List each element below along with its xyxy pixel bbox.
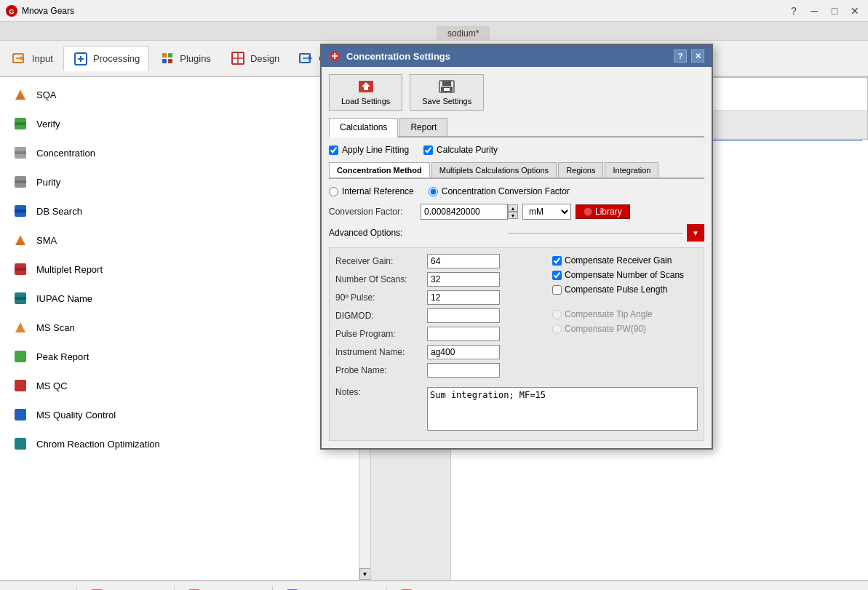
save-settings-button[interactable]: Save Settings [180,586,266,590]
plugin-item-ms-qc[interactable]: MS QC [0,371,359,400]
menu-design[interactable]: Design [221,46,288,71]
concentration-conversion-factor-radio[interactable]: Concentration Conversion Factor [429,186,570,196]
db-search-icon [12,202,29,220]
plugin-item-concentration[interactable]: Concentration [0,138,359,167]
sub-tab-concentration-method[interactable]: Concentration Method [329,162,430,178]
advanced-options-label: Advanced Options: [329,228,503,238]
apply-line-fitting-input[interactable] [329,145,338,155]
plugin-item-verify[interactable]: Verify [0,109,359,138]
library-button[interactable]: Library [576,204,630,219]
probe-name-input[interactable] [427,363,500,378]
plugin-label-sqa: SQA [36,89,56,100]
receiver-gain-input[interactable] [427,254,500,268]
dialog-save-settings-button[interactable]: Save Settings [410,74,484,111]
menu-processing[interactable]: Processing [63,46,149,71]
plugin-item-sqa[interactable]: SQA [0,80,359,109]
plugin-item-chrom-reaction[interactable]: Chrom Reaction Optimization [0,429,359,458]
output-icon [298,50,314,66]
plugin-item-peak-report[interactable]: Peak Report [0,342,359,371]
help-button[interactable]: ? [787,4,801,18]
dialog-load-settings-button[interactable]: Load Settings [329,74,402,111]
conversion-factor-decrement[interactable]: ▼ [508,212,518,219]
svg-rect-10 [168,59,172,63]
resume-button[interactable]: Resume [6,586,71,590]
title-bar-controls: ? ─ □ ✕ [787,4,862,18]
unit-select[interactable]: mM µM nM mg/mL [522,204,571,220]
plugin-item-sma[interactable]: SMA [0,226,359,255]
digmod-row: DIGMOD: [335,308,545,323]
advanced-options-toggle[interactable]: ▼ [687,224,704,242]
plugin-item-multiplet-report[interactable]: Multiplet Report [0,255,359,284]
tab-sodium[interactable]: sodium* [437,26,490,40]
export-settings-button[interactable]: Export Settings [393,586,484,590]
sub-tab-regions[interactable]: Regions [558,162,603,178]
concentration-settings-dialog: Concentration Settings ? ✕ Load Settings [320,44,713,450]
internal-reference-radio[interactable]: Internal Reference [329,186,414,196]
plugin-label-ms-quality-control: MS Quality Control [36,410,116,420]
menu-plugins[interactable]: Plugins [151,46,220,71]
dialog-help-button[interactable]: ? [674,49,687,63]
svg-text:G: G [9,8,14,15]
sma-icon [12,231,29,249]
plugin-item-ms-scan[interactable]: MS Scan [0,313,359,342]
plugin-label-multiplet-report: Multiplet Report [36,264,103,275]
toolbar-divider-2 [174,586,175,590]
svg-marker-19 [15,92,25,100]
conversion-factor-increment[interactable]: ▲ [508,204,518,212]
compensate-tip-angle-radio[interactable]: Compensate Tip Angle [552,309,698,319]
input-icon [12,50,28,66]
compensate-number-of-scans-checkbox[interactable]: Compensate Number of Scans [552,270,698,280]
conversion-factor-input-wrapper: ▲ ▼ [421,204,518,220]
calculate-purity-checkbox[interactable]: Calculate Purity [423,145,498,155]
plugin-label-sma: SMA [36,235,57,246]
compensate-pulse-length-checkbox[interactable]: Compensate Pulse Length [552,284,698,295]
chrom-reaction-icon [12,435,29,453]
toolbar-divider-4 [386,586,387,590]
tab-calculations[interactable]: Calculations [329,118,398,137]
menu-input[interactable]: Input [3,46,62,71]
plugin-label-peak-report: Peak Report [36,351,89,362]
radio-row: Internal Reference Concentration Convers… [329,186,704,196]
svg-marker-34 [15,322,25,332]
scroll-down-btn[interactable]: ▼ [359,568,371,580]
number-of-scans-row: Number Of Scans: [335,272,545,287]
notes-textarea[interactable]: Sum integration; MF=15 [427,387,698,431]
number-of-scans-input[interactable] [427,272,500,287]
dialog-titlebar: Concentration Settings ? ✕ [322,45,712,67]
notes-row: Notes: Sum integration; MF=15 [335,387,698,431]
toolbar-divider-1 [76,586,77,590]
plugin-item-purity[interactable]: Purity [0,167,359,196]
svg-rect-33 [15,297,26,300]
compensate-receiver-gain-checkbox[interactable]: Compensate Receiver Gain [552,255,698,266]
title-bar: G Mnova Gears ? ─ □ ✕ [0,0,868,22]
svg-marker-29 [15,238,25,245]
apply-line-fitting-checkbox[interactable]: Apply Line Fitting [329,145,409,155]
minimize-button[interactable]: ─ [807,4,821,18]
plugin-item-ms-quality-control[interactable]: MS Quality Control [0,400,359,429]
dialog-close-button[interactable]: ✕ [691,49,704,63]
load-save-row: Load Settings Save Settings [329,74,704,111]
digmod-input[interactable] [427,308,500,323]
pulse-90-label: 90º Pulse: [335,292,423,303]
maximize-button[interactable]: □ [827,4,842,18]
sub-tab-multiplets-options[interactable]: Multiplets Calculations Options [431,162,557,178]
conversion-factor-input[interactable] [421,204,508,220]
iupac-name-icon [12,290,29,307]
advanced-fields: Receiver Gain: Number Of Scans: 90º Puls… [335,254,698,381]
plugin-item-iupac-name[interactable]: IUPAC Name [0,284,359,313]
compensate-pw90-radio[interactable]: Compensate PW(90) [552,324,698,334]
pulse-90-input[interactable] [427,290,500,305]
instrument-name-input[interactable] [427,345,500,359]
import-settings-button[interactable]: Import Settings ▼ [279,586,381,590]
tab-report[interactable]: Report [399,118,447,136]
plugin-list: SQA Verify Concentration [0,77,359,461]
pulse-program-input[interactable] [427,327,500,341]
sub-tab-integration[interactable]: Integration [605,162,658,178]
plugin-item-db-search[interactable]: DB Search [0,196,359,226]
close-button[interactable]: ✕ [848,4,862,18]
calculate-purity-input[interactable] [423,145,433,155]
svg-rect-72 [364,87,368,90]
plugin-label-chrom-reaction: Chrom Reaction Optimization [36,439,160,450]
svg-rect-27 [15,210,26,212]
load-settings-button[interactable]: Load Settings [83,586,168,590]
